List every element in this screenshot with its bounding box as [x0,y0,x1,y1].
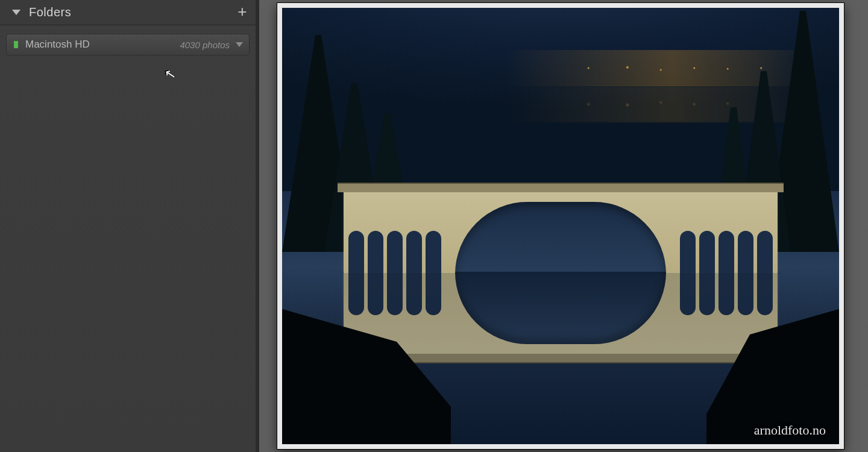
folders-panel: Folders + Macintosh HD 4030 photos Bilde… [0,0,259,452]
volume-status-icon [14,41,18,48]
folders-panel-header[interactable]: Folders + [0,0,256,25]
add-folder-icon[interactable]: + [237,6,247,19]
volume-photo-count: 4030 photos [180,40,230,50]
preview-image[interactable]: arnoldfoto.no [277,3,844,449]
watermark-bottom: arnoldfoto.no [754,422,826,438]
volume-name: Macintosh HD [25,39,180,51]
photo-bridge-reflection [344,273,778,357]
volume-dropdown-icon[interactable] [236,42,243,47]
cursor-icon: ↖ [163,65,177,83]
panel-disclosure-icon[interactable] [12,10,20,15]
image-preview-area: arnoldfoto.no © www.arnoldfoto.no Arnold… [259,0,868,452]
volume-bar[interactable]: Macintosh HD 4030 photos [6,34,250,55]
panel-title: Folders [29,5,237,19]
photo-bridge [344,189,778,273]
